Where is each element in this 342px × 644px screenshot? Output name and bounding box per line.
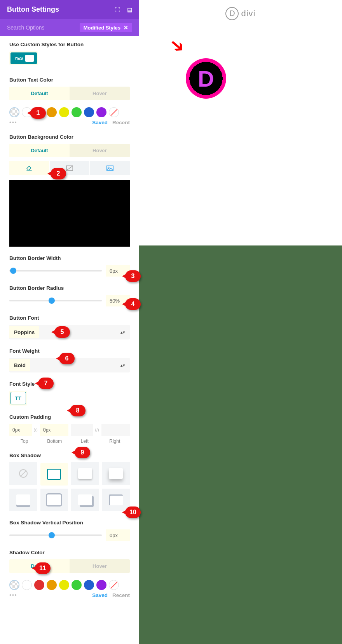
shadow-preset-1[interactable] bbox=[40, 463, 68, 486]
shadow-preset-4[interactable] bbox=[9, 489, 37, 511]
box-shadow-options bbox=[9, 462, 130, 511]
swatch-purple[interactable] bbox=[96, 107, 106, 117]
button-bg-color-label: Button Background Color bbox=[9, 134, 130, 140]
uppercase-button[interactable]: TT bbox=[10, 392, 26, 404]
swatch-green[interactable] bbox=[72, 580, 82, 590]
annotation-callout-6: 6 bbox=[59, 353, 75, 364]
tab-default[interactable]: Default bbox=[9, 87, 70, 100]
swatch-orange[interactable] bbox=[47, 107, 57, 117]
shadow-preset-6[interactable] bbox=[71, 489, 99, 511]
shadow-preset-2[interactable] bbox=[71, 462, 99, 485]
swatch-blue[interactable] bbox=[84, 107, 94, 117]
close-icon[interactable]: ✕ bbox=[124, 24, 128, 31]
annotation-callout-2: 2 bbox=[51, 168, 66, 179]
search-options-link[interactable]: Search Options bbox=[7, 24, 45, 31]
annotation-callout-7: 7 bbox=[38, 378, 54, 389]
recent-colors-link[interactable]: Recent bbox=[112, 120, 130, 125]
grid-view-icon[interactable]: ▤ bbox=[127, 7, 132, 13]
modified-styles-chip[interactable]: Modified Styles ✕ bbox=[80, 23, 132, 32]
tab-hover[interactable]: Hover bbox=[70, 144, 130, 157]
recent-colors-link[interactable]: Recent bbox=[112, 592, 130, 598]
swatch-white[interactable] bbox=[22, 580, 32, 590]
divi-logo-text: divi bbox=[241, 9, 255, 19]
tab-hover[interactable]: Hover bbox=[70, 87, 130, 100]
expand-icon[interactable]: ⛶ bbox=[115, 7, 120, 13]
border-width-label: Button Border Width bbox=[9, 255, 130, 261]
padding-left-label: Left bbox=[70, 439, 100, 444]
border-width-slider[interactable] bbox=[9, 270, 102, 272]
more-swatches-icon[interactable]: ••• bbox=[9, 119, 17, 125]
font-style-label: Font Style bbox=[9, 381, 130, 387]
shadow-preset-5[interactable] bbox=[40, 489, 68, 511]
annotation-callout-1: 1 bbox=[30, 107, 46, 119]
bg-tab-image[interactable] bbox=[90, 161, 130, 175]
link-icon[interactable]: ⟨/⟩ bbox=[95, 428, 99, 433]
padding-right-label: Right bbox=[100, 439, 130, 444]
shadow-vertical-slider[interactable] bbox=[9, 534, 102, 536]
shadow-color-label: Shadow Color bbox=[9, 550, 130, 555]
annotation-callout-8: 8 bbox=[70, 405, 86, 416]
divi-logo-icon: D bbox=[225, 7, 239, 20]
preview-result-badge: D bbox=[186, 58, 226, 99]
custom-styles-label: Use Custom Styles for Button bbox=[9, 42, 130, 47]
padding-left-input[interactable] bbox=[71, 424, 93, 436]
swatch-transparent[interactable] bbox=[9, 107, 19, 117]
button-text-color-label: Button Text Color bbox=[9, 77, 130, 83]
swatch-red[interactable] bbox=[34, 580, 44, 590]
shadow-vertical-value[interactable]: 0px bbox=[106, 529, 130, 541]
settings-subheader: Search Options Modified Styles ✕ bbox=[0, 19, 139, 36]
swatch-green[interactable] bbox=[72, 107, 82, 117]
preview-body bbox=[139, 27, 342, 245]
tab-hover[interactable]: Hover bbox=[70, 559, 130, 573]
padding-right-input[interactable] bbox=[101, 424, 130, 436]
padding-top-label: Top bbox=[9, 439, 40, 444]
link-icon[interactable]: ⟨/⟩ bbox=[33, 428, 38, 433]
border-radius-slider[interactable] bbox=[9, 300, 102, 301]
swatch-transparent[interactable] bbox=[9, 580, 19, 590]
preview-header: D divi bbox=[139, 0, 342, 27]
settings-title: Button Settings bbox=[7, 5, 59, 14]
more-swatches-icon[interactable]: ••• bbox=[9, 592, 17, 598]
shadow-vertical-label: Box Shadow Vertical Position bbox=[9, 520, 130, 526]
toggle-text: YES bbox=[14, 56, 23, 61]
custom-styles-toggle[interactable]: YES bbox=[10, 52, 37, 64]
bg-color-preview[interactable] bbox=[9, 180, 130, 247]
saved-colors-link[interactable]: Saved bbox=[92, 592, 108, 598]
border-radius-label: Button Border Radius bbox=[9, 285, 130, 291]
annotation-callout-11: 11 bbox=[35, 562, 51, 574]
saved-colors-link[interactable]: Saved bbox=[92, 120, 108, 125]
select-value: Poppins bbox=[9, 326, 39, 338]
button-font-label: Button Font bbox=[9, 315, 130, 321]
shadow-preset-3[interactable] bbox=[102, 462, 130, 485]
swatch-purple[interactable] bbox=[96, 580, 106, 590]
chip-label: Modified Styles bbox=[84, 25, 120, 31]
padding-bottom-input[interactable]: 0px bbox=[40, 424, 68, 436]
preview-result-letter: D bbox=[190, 63, 222, 94]
bg-tab-color[interactable] bbox=[9, 161, 49, 175]
annotation-callout-3: 3 bbox=[125, 270, 141, 282]
bg-type-tabs bbox=[9, 161, 130, 175]
shadow-color-swatches bbox=[9, 580, 130, 590]
shadow-color-tabs: Default Hover bbox=[9, 559, 130, 573]
swatch-yellow[interactable] bbox=[59, 580, 69, 590]
select-value: Bold bbox=[9, 359, 30, 371]
preview-background bbox=[139, 245, 342, 644]
swatch-orange[interactable] bbox=[47, 580, 57, 590]
padding-top-input[interactable]: 0px bbox=[9, 424, 32, 436]
custom-padding-label: Custom Padding bbox=[9, 414, 130, 420]
annotation-callout-10: 10 bbox=[125, 506, 141, 518]
annotation-callout-5: 5 bbox=[54, 326, 70, 338]
text-color-tabs: Default Hover bbox=[9, 87, 130, 100]
chevron-updown-icon: ▴▾ bbox=[120, 330, 125, 335]
swatch-yellow[interactable] bbox=[59, 107, 69, 117]
swatch-blue[interactable] bbox=[84, 580, 94, 590]
swatch-none[interactable] bbox=[109, 580, 119, 590]
bg-color-tabs: Default Hover bbox=[9, 144, 130, 157]
chevron-updown-icon: ▴▾ bbox=[120, 363, 125, 368]
swatch-none[interactable] bbox=[109, 107, 119, 117]
toggle-knob bbox=[25, 55, 34, 62]
annotation-callout-9: 9 bbox=[75, 447, 90, 458]
shadow-none[interactable] bbox=[9, 462, 37, 485]
settings-header: Button Settings ⛶ ▤ bbox=[0, 0, 139, 19]
tab-default[interactable]: Default bbox=[9, 144, 70, 157]
